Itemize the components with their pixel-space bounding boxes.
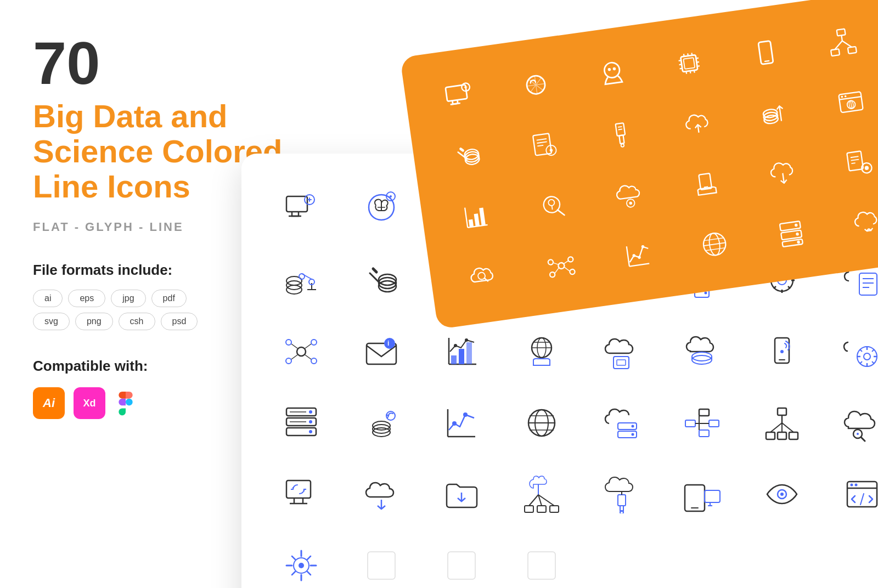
svg-rect-278 (525, 506, 533, 512)
svg-line-270 (861, 437, 865, 441)
svg-point-43 (621, 144, 624, 147)
icon-cloud-chip (584, 318, 660, 385)
svg-rect-24 (847, 47, 856, 54)
orange-icon-mining (430, 125, 506, 187)
svg-point-63 (548, 199, 555, 206)
svg-rect-255 (699, 430, 709, 437)
icon-cloud-search (824, 389, 878, 456)
svg-line-96 (706, 248, 724, 251)
svg-line-181 (774, 286, 776, 289)
svg-rect-210 (617, 360, 626, 365)
svg-line-84 (564, 261, 569, 264)
svg-rect-98 (781, 230, 802, 240)
icon-monitor-sync (263, 461, 339, 528)
orange-icon-gear-doc (821, 132, 878, 194)
svg-line-94 (703, 243, 725, 246)
icon-globe-hand (504, 318, 579, 385)
icon-cloud-settings (824, 318, 878, 385)
svg-rect-60 (480, 208, 486, 226)
svg-point-170 (705, 292, 707, 295)
orange-icon-usb (583, 103, 659, 165)
svg-rect-256 (709, 420, 719, 427)
svg-rect-202 (466, 342, 472, 364)
svg-line-310 (292, 572, 295, 575)
icon-phone-wifi (744, 318, 820, 385)
svg-line-227 (860, 361, 862, 364)
icon-mining2 (344, 247, 419, 314)
svg-rect-58 (469, 219, 474, 228)
svg-line-48 (779, 106, 781, 121)
svg-point-4 (607, 67, 611, 71)
icon-monitor-gear (263, 176, 339, 242)
svg-line-86 (564, 267, 570, 272)
orange-icon-head-brain (575, 43, 650, 105)
orange-icon-cloud-upload (660, 93, 735, 155)
xd-icon: Xd (74, 387, 105, 419)
svg-line-87 (629, 264, 649, 267)
icon-analytics (424, 389, 499, 456)
svg-point-190 (311, 358, 317, 364)
svg-point-100 (794, 224, 797, 227)
svg-rect-264 (789, 432, 798, 439)
svg-line-103 (866, 230, 870, 231)
svg-rect-262 (766, 432, 775, 439)
svg-point-287 (620, 511, 623, 513)
svg-rect-280 (550, 506, 559, 512)
svg-point-189 (286, 358, 291, 364)
svg-line-309 (307, 556, 311, 559)
svg-rect-33 (533, 133, 551, 155)
svg-rect-182 (859, 273, 877, 295)
svg-line-64 (552, 206, 553, 210)
svg-line-41 (618, 127, 622, 127)
orange-icon-phone (728, 21, 803, 83)
svg-rect-7 (683, 58, 695, 69)
svg-point-188 (311, 340, 317, 345)
svg-rect-70 (847, 151, 863, 171)
svg-rect-253 (685, 420, 695, 427)
svg-point-5 (612, 67, 616, 70)
svg-point-79 (548, 259, 554, 265)
svg-line-15 (679, 64, 682, 65)
svg-line-14 (678, 60, 681, 61)
svg-rect-59 (474, 213, 480, 227)
svg-rect-0 (446, 84, 468, 101)
svg-line-35 (537, 142, 547, 143)
format-tag-csh: csh (119, 313, 155, 330)
orange-icon-data-stacks (736, 82, 812, 144)
svg-line-156 (373, 269, 376, 272)
icon-data-cycle (344, 389, 419, 456)
svg-point-231 (309, 410, 312, 414)
svg-line-13 (694, 70, 695, 73)
svg-line-308 (307, 572, 311, 575)
svg-rect-311 (368, 552, 395, 579)
svg-point-295 (780, 493, 784, 496)
icon-server-tree (664, 389, 740, 456)
svg-rect-254 (699, 409, 709, 416)
icon-email-data: i (344, 318, 419, 385)
svg-line-19 (697, 66, 700, 66)
svg-line-12 (690, 71, 691, 74)
icon-brain-gear (344, 176, 419, 242)
svg-line-71 (851, 156, 859, 157)
svg-line-266 (770, 423, 782, 432)
svg-line-18 (696, 62, 699, 63)
svg-line-21 (765, 60, 769, 61)
svg-line-179 (788, 286, 790, 289)
svg-point-38 (550, 149, 553, 152)
svg-rect-22 (836, 29, 845, 36)
svg-point-251 (632, 425, 634, 428)
orange-icon-doc-atom (506, 114, 582, 176)
format-tag-ai: ai (33, 290, 63, 307)
svg-rect-285 (618, 495, 626, 506)
svg-point-232 (309, 420, 312, 423)
svg-rect-289 (685, 485, 705, 511)
orange-icon-cloud-arrows (830, 192, 878, 254)
svg-rect-291 (705, 490, 720, 502)
svg-point-217 (780, 350, 784, 353)
orange-icon-cloud-down (745, 142, 820, 204)
svg-line-9 (688, 53, 688, 56)
svg-point-66 (629, 201, 632, 205)
orange-icon-server (753, 203, 829, 265)
svg-point-52 (844, 95, 846, 97)
svg-line-17 (696, 58, 699, 58)
